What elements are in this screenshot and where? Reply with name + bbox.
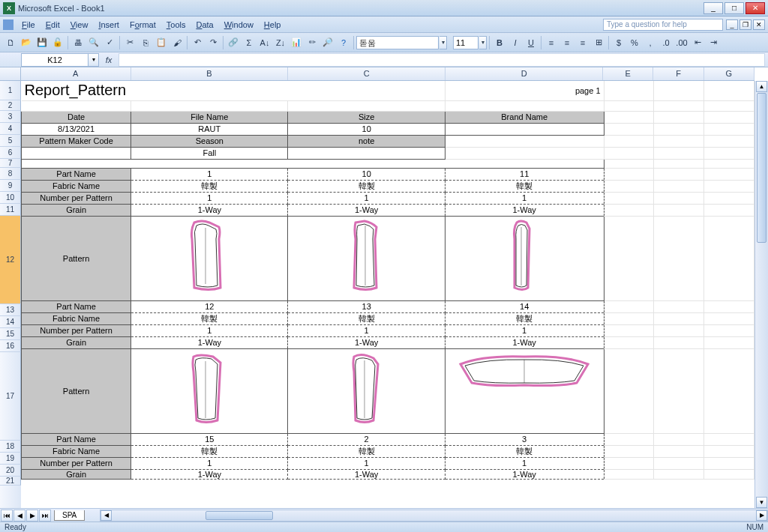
row-15[interactable]: 15: [0, 328, 21, 340]
comma-icon[interactable]: ,: [643, 35, 658, 50]
new-icon[interactable]: 🗋: [3, 35, 18, 50]
fx-icon[interactable]: fx: [99, 55, 118, 64]
close-button[interactable]: ✕: [746, 2, 765, 14]
scroll-up-icon[interactable]: ▲: [756, 81, 767, 92]
chart-icon[interactable]: 📊: [289, 35, 304, 50]
formula-input[interactable]: [118, 53, 765, 67]
row-7[interactable]: 7: [0, 159, 21, 168]
lbl-partname-3[interactable]: Part Name: [22, 433, 131, 445]
doc-minimize-button[interactable]: _: [726, 19, 738, 30]
menu-file[interactable]: File: [16, 19, 40, 31]
cell-C5[interactable]: note: [288, 135, 445, 147]
row-9[interactable]: 9: [0, 180, 21, 192]
lbl-fabricname-3[interactable]: Fabric Name: [22, 445, 131, 457]
lbl-fabricname-2[interactable]: Fabric Name: [22, 312, 131, 324]
pattern-cell-B12[interactable]: [131, 216, 288, 300]
menu-view[interactable]: View: [65, 19, 94, 31]
save-icon[interactable]: 💾: [34, 35, 50, 50]
currency-icon[interactable]: $: [611, 35, 626, 50]
align-left-icon[interactable]: ≡: [544, 35, 559, 50]
pattern-cell-D12[interactable]: [445, 216, 604, 300]
menu-edit[interactable]: Edit: [40, 19, 65, 31]
row-4[interactable]: 4: [0, 123, 21, 135]
pattern-cell-C12[interactable]: [288, 216, 445, 300]
redo-icon[interactable]: ↷: [206, 35, 220, 50]
pattern-cell-C17[interactable]: [288, 348, 445, 433]
underline-icon[interactable]: U: [524, 35, 538, 50]
col-G[interactable]: G: [704, 67, 754, 80]
menu-format[interactable]: Format: [124, 19, 161, 31]
row-21[interactable]: 21: [0, 477, 21, 486]
col-B[interactable]: B: [131, 67, 289, 80]
row-14[interactable]: 14: [0, 316, 21, 328]
zoom-icon[interactable]: 🔎: [320, 35, 335, 50]
menu-data[interactable]: Data: [190, 19, 218, 31]
grid-body[interactable]: Report_Patternpage 1 DateFile NameSizeBr…: [21, 81, 754, 508]
cell-A4[interactable]: 8/13/2021: [22, 123, 131, 135]
cell-A5[interactable]: Pattern Maker Code: [22, 135, 131, 147]
col-D[interactable]: D: [446, 67, 603, 80]
cell-B6[interactable]: Fall: [131, 147, 288, 159]
col-F[interactable]: F: [653, 67, 704, 80]
lbl-pattern-2[interactable]: Pattern: [22, 348, 131, 433]
align-center-icon[interactable]: ≡: [560, 35, 574, 50]
pattern-cell-B17[interactable]: [131, 348, 288, 433]
minimize-button[interactable]: _: [704, 2, 723, 14]
drawing-icon[interactable]: ✏: [304, 35, 320, 50]
col-C[interactable]: C: [288, 67, 446, 80]
row-6[interactable]: 6: [0, 147, 21, 159]
lbl-numper-1[interactable]: Number per Pattern: [22, 192, 131, 204]
cell-page[interactable]: page 1: [445, 81, 604, 100]
font-select[interactable]: 돋움: [356, 36, 439, 49]
align-right-icon[interactable]: ≡: [575, 35, 590, 50]
cell-A6[interactable]: [22, 147, 131, 159]
cell-C6[interactable]: [288, 147, 445, 159]
cell-A3[interactable]: Date: [22, 111, 131, 123]
spelling-icon[interactable]: ✓: [102, 35, 117, 50]
menu-insert[interactable]: Insert: [93, 19, 124, 31]
doc-restore-button[interactable]: ❐: [740, 19, 752, 30]
row-11[interactable]: 11: [0, 204, 21, 216]
name-box-dropdown-icon[interactable]: ▾: [88, 53, 99, 67]
cell-C3[interactable]: Size: [288, 111, 445, 123]
cell-title[interactable]: Report_Pattern: [22, 81, 446, 100]
row-13[interactable]: 13: [0, 304, 21, 316]
open-icon[interactable]: 📂: [19, 35, 34, 50]
help-icon[interactable]: ?: [336, 35, 351, 50]
lbl-numper-3[interactable]: Number per Pattern: [22, 457, 131, 469]
sort-asc-icon[interactable]: A↓: [257, 35, 272, 50]
row-5[interactable]: 5: [0, 135, 21, 147]
italic-icon[interactable]: I: [508, 35, 523, 50]
format-painter-icon[interactable]: 🖌: [170, 35, 184, 50]
row-17[interactable]: 17: [0, 352, 21, 441]
doc-close-button[interactable]: ✕: [753, 19, 765, 30]
lbl-grain-3[interactable]: Grain: [22, 469, 131, 479]
print-icon[interactable]: 🖶: [70, 35, 86, 50]
cut-icon[interactable]: ✂: [122, 35, 137, 50]
decrease-indent-icon[interactable]: ⇤: [690, 35, 705, 50]
print-preview-icon[interactable]: 🔍: [86, 35, 101, 50]
tab-nav-last-icon[interactable]: ⏭: [39, 510, 51, 522]
lbl-grain-1[interactable]: Grain: [22, 204, 131, 216]
row-10[interactable]: 10: [0, 192, 21, 204]
row-12[interactable]: 12: [0, 216, 21, 304]
tab-nav-next-icon[interactable]: ▶: [26, 510, 38, 522]
hscroll-thumb[interactable]: [206, 511, 273, 520]
col-A[interactable]: A: [21, 67, 131, 80]
autosum-icon[interactable]: Σ: [242, 35, 256, 50]
percent-icon[interactable]: %: [627, 35, 642, 50]
cell-B4[interactable]: RAUT: [131, 123, 288, 135]
lbl-partname-2[interactable]: Part Name: [22, 300, 131, 312]
row-1[interactable]: 1: [0, 81, 21, 100]
tab-nav-first-icon[interactable]: ⏮: [1, 510, 13, 522]
col-E[interactable]: E: [603, 67, 653, 80]
merge-icon[interactable]: ⊞: [591, 35, 606, 50]
sheet-tab-spa[interactable]: SPA: [54, 510, 85, 521]
scroll-thumb[interactable]: [757, 93, 766, 243]
increase-indent-icon[interactable]: ⇥: [706, 35, 721, 50]
menu-help[interactable]: Help: [259, 19, 286, 31]
horizontal-scrollbar[interactable]: ◀ ▶: [100, 510, 768, 522]
pattern-cell-D17[interactable]: [445, 348, 604, 433]
hyperlink-icon[interactable]: 🔗: [226, 35, 241, 50]
system-menu-icon[interactable]: [3, 19, 14, 30]
